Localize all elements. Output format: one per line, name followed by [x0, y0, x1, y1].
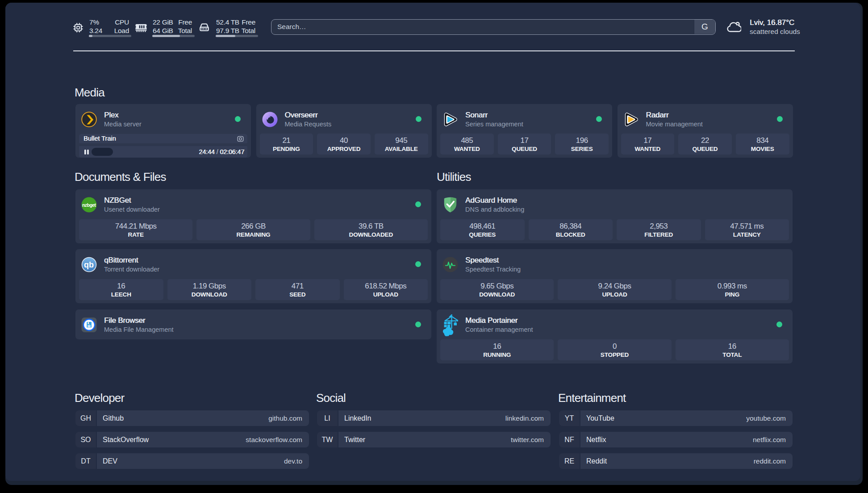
svg-text:qb: qb [84, 260, 94, 269]
svg-text:nzbget: nzbget [82, 202, 96, 208]
